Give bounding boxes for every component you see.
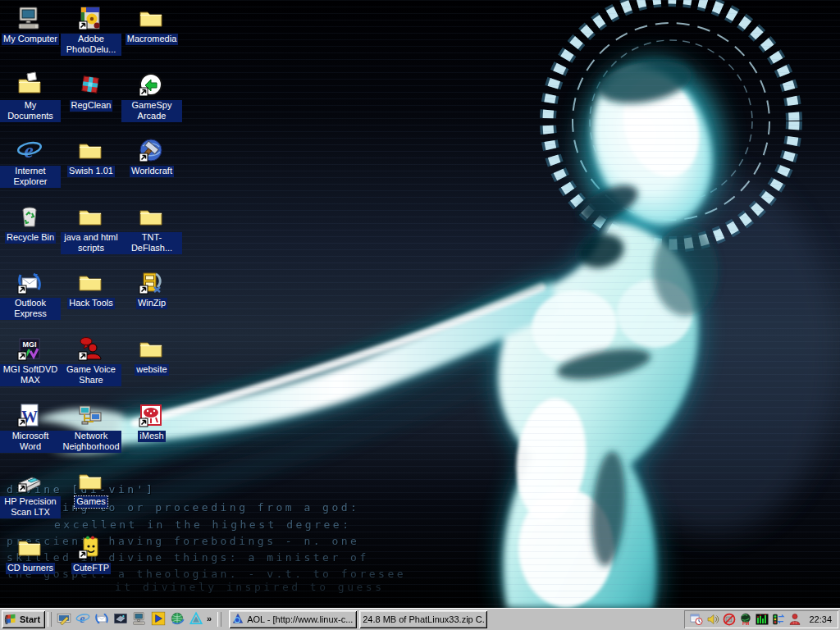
network-traffic-icon[interactable] [771,613,785,627]
desktop-icon-java-and-html-scripts[interactable]: java and html scripts [61,203,121,254]
task-button-label: 24.8 MB of PhatLinux33.zip C... [363,614,484,624]
toolbar-grip[interactable] [217,612,221,627]
my-computer-icon [16,5,44,31]
folder-icon [138,5,166,31]
svg-text:FM: FM [742,621,749,626]
desktop-icon-label: HP Precision Scan LTX [0,496,61,518]
desktop-icon-regclean[interactable]: RegClean [61,71,121,112]
desktop-icon-label: Hack Tools [67,298,115,309]
volume-icon[interactable] [705,613,719,627]
folder-icon [77,203,105,230]
taskbar: Start e » AOL - [http://www.linux-c...24… [0,608,840,630]
winzip-icon [138,269,166,295]
desktop-icon-hack-tools[interactable]: Hack Tools [61,269,121,309]
quicklaunch-imaging-device-button[interactable] [112,611,129,628]
desktop-screen: divine [di-vin']belonging to or proceedi… [0,0,840,630]
my-documents-icon [16,71,44,98]
task-window-buttons: AOL - [http://www.linux-c...24.8 MB of P… [229,610,487,628]
desktop-icon-label: TNT-DeFlash... [121,232,182,254]
quicklaunch-connect-globe-button[interactable] [168,611,185,628]
desktop-icon-worldcraft[interactable]: Worldcraft [121,137,182,177]
desktop-icon-my-computer[interactable]: My Computer [0,5,61,45]
desktop-icon-label: CuteFTP [71,563,111,574]
mgi-softdvd-icon: MGI [16,336,44,362]
desktop-icon-mgi-softdvd-max[interactable]: MGIMGI SoftDVD MAX [0,336,61,386]
recycle-bin-icon [16,203,44,230]
desktop-icon-swish-1-01[interactable]: Swish 1.01 [61,137,121,177]
task-button-aol-http-www-linux-c[interactable]: AOL - [http://www.linux-c... [229,610,357,628]
desktop-icon-outlook-express[interactable]: Outlook Express [0,269,61,320]
aol-icon [232,613,244,626]
desktop-icon-label: Games [75,496,107,508]
worldcraft-icon [138,137,166,163]
disabled-sign-icon[interactable] [722,613,736,627]
equalizer-icon[interactable] [755,613,769,627]
task-scheduler-icon[interactable] [689,613,703,627]
outlook-express-icon [94,611,109,628]
desktop-icon-label: Adobe PhotoDelu... [61,34,121,56]
hp-scanner-icon [16,468,44,494]
system-tray: FM 22:34 [684,610,838,628]
start-button[interactable]: Start [2,610,45,628]
desktop-icon-my-documents[interactable]: My Documents [0,71,61,122]
desktop-icon-label: website [135,364,168,376]
connect-globe-icon [170,611,185,628]
folder-icon [16,534,44,560]
desktop-icon-cd-burners[interactable]: CD burners [0,534,61,574]
icq-user-icon[interactable] [788,613,801,627]
internet-explorer-icon: e [16,137,44,163]
desktop-icon-imesh[interactable]: iMesh [121,402,182,442]
ms-word-icon: W [16,402,44,428]
desktop-icon-games[interactable]: Games [61,468,121,508]
globe-fm-icon[interactable]: FM [738,613,752,627]
media-player-icon [151,611,166,628]
desktop[interactable]: My ComputerAdobe PhotoDelu...MacromediaM… [0,0,840,608]
quicklaunch-aim-button[interactable] [187,611,204,628]
quicklaunch-outlook-express-button[interactable] [93,611,110,628]
my-computer-icon [132,611,147,628]
imesh-icon [138,402,166,428]
desktop-icon-gamespy-arcade[interactable]: GameSpy Arcade [121,71,182,122]
desktop-icon-label: iMesh [138,431,165,442]
desktop-icon-tnt-deflash[interactable]: TNT-DeFlash... [121,203,182,254]
task-button-label: AOL - [http://www.linux-c... [247,614,353,624]
desktop-icon-winzip[interactable]: WinZip [121,269,182,309]
desktop-icon-game-voice-share[interactable]: Game Voice Share [61,336,121,386]
task-button-24-8-mb-of-phatlinux33-zip-c[interactable]: 24.8 MB of PhatLinux33.zip C... [359,610,487,628]
desktop-icon-network-neighborhood[interactable]: Network Neighborhood [61,402,121,453]
desktop-icon-macromedia[interactable]: Macromedia [121,5,182,45]
quicklaunch-my-computer-button[interactable] [130,611,148,628]
desktop-icon-internet-explorer[interactable]: eInternet Explorer [0,137,61,188]
desktop-icon-adobe-photodelu[interactable]: Adobe PhotoDelu... [61,5,121,56]
desktop-icon-label: CD burners [6,563,55,574]
desktop-icon-label: Microsoft Word [0,431,61,453]
folder-icon [77,468,105,494]
svg-text:MGI: MGI [23,340,37,349]
desktop-icon-label: WinZip [136,298,167,309]
desktop-icon-label: Worldcraft [130,166,174,177]
desktop-icon-microsoft-word[interactable]: WMicrosoft Word [0,402,61,453]
desktop-icon-recycle-bin[interactable]: Recycle Bin [0,203,61,244]
quicklaunch-media-player-button[interactable] [149,611,167,628]
desktop-icon-hp-precision-scan-ltx[interactable]: HP Precision Scan LTX [0,468,61,518]
folder-icon [138,203,166,230]
desktop-icon-cuteftp[interactable]: CuteFTP [61,534,121,574]
start-label: Start [20,614,40,624]
game-voice-icon [77,336,105,362]
desktop-icon-label: Outlook Express [0,298,61,320]
desktop-icon-label: java and html scripts [61,232,121,254]
regclean-icon [77,71,105,98]
desktop-icon-label: Internet Explorer [0,166,61,188]
quicklaunch-overflow-chevron[interactable]: » [205,614,215,625]
toolbar-grip[interactable] [48,612,52,627]
taskbar-clock[interactable]: 22:34 [809,614,832,624]
quicklaunch-internet-explorer-button[interactable]: e [74,611,91,628]
desktop-icon-website[interactable]: website [121,336,182,376]
desktop-icon-label: Macromedia [126,34,179,45]
gamespy-icon [138,71,166,98]
quicklaunch-show-desktop-button[interactable] [55,611,72,628]
desktop-icon-label: Swish 1.01 [67,166,115,177]
folder-icon [77,137,105,163]
desktop-icon-label: Network Neighborhood [61,431,121,453]
windows-logo-icon [4,612,17,627]
